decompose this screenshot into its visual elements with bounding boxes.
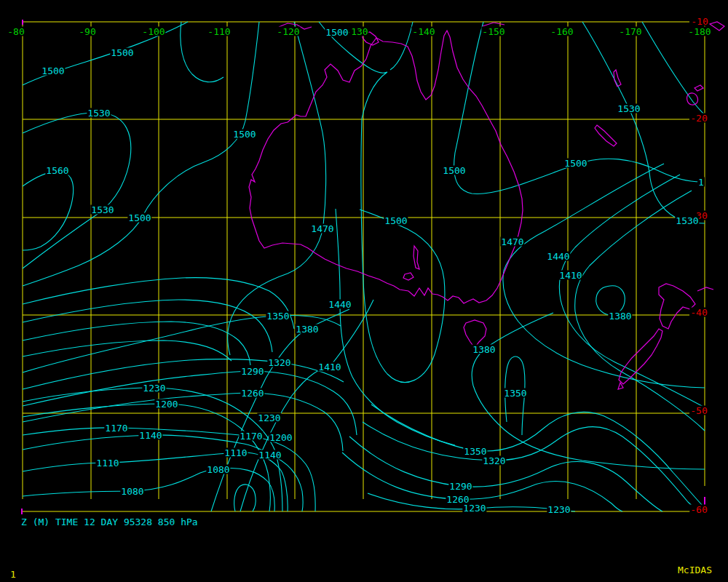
latitude-tick-label: -40 — [689, 308, 708, 317]
contour-height-label: 1200 — [154, 399, 178, 409]
contour-height-label: 1230 — [462, 503, 486, 513]
contour-height-label: 1380 — [472, 345, 496, 354]
contour-height-label: 1260 — [240, 388, 264, 398]
frame-number: 1 — [10, 570, 16, 579]
longitude-tick-label: -150 — [481, 27, 505, 36]
contour-height-label: 1380 — [608, 311, 632, 321]
contour-height-label: 1500 — [563, 159, 587, 168]
latitude-tick-label: -10 — [690, 17, 708, 26]
contour-height-label: 1290 — [240, 367, 264, 376]
contour-height-label: 1170 — [239, 431, 263, 441]
contour-height-label: 1350 — [503, 388, 527, 398]
contour-height-label: 1230 — [142, 383, 166, 393]
contour-height-label: 1200 — [269, 433, 293, 442]
contour-height-label: 1230 — [547, 505, 571, 514]
contour-height-label: 1530 — [90, 205, 114, 215]
contour-height-label: 1140 — [258, 450, 282, 460]
latlon-grid — [23, 22, 705, 511]
contour-height-label: 1560 — [45, 166, 69, 175]
longitude-tick-label: -100 — [141, 27, 165, 36]
contour-height-label: 1470 — [310, 224, 334, 234]
contour-height-label: 1320 — [482, 456, 506, 466]
contour-height-label: 1080 — [206, 465, 230, 474]
longitude-tick-label: -120 — [276, 27, 300, 36]
contour-height-label: 1500 — [232, 129, 256, 139]
longitude-tick-label: -90 — [78, 27, 96, 36]
contour-height-label: 1500 — [110, 48, 134, 57]
contour-height-label: 1380 — [295, 324, 319, 334]
contour-height-label: 1500 — [41, 66, 65, 76]
contour-height-label: 1410 — [317, 362, 341, 372]
contour-height-label: 1500 — [325, 28, 349, 37]
status-line: Z (M) TIME 12 DAY 95328 850 hPa — [21, 517, 198, 527]
contour-height-label: 1470 — [500, 237, 524, 247]
longitude-tick-label: -80 — [7, 27, 25, 36]
weather-map-canvas[interactable] — [0, 0, 728, 582]
contour-height-label: 1 — [697, 178, 705, 187]
contour-height-label: 1230 — [257, 413, 281, 423]
longitude-tick-label: -140 — [411, 27, 435, 36]
contour-height-label: 1530 — [675, 216, 699, 226]
latitude-tick-label: -20 — [689, 113, 708, 123]
longitude-tick-label: -160 — [550, 27, 574, 36]
longitude-tick-label: -170 — [618, 27, 642, 36]
contour-height-label: 1320 — [267, 358, 291, 367]
longitude-tick-label: -180 — [687, 27, 711, 36]
contour-height-label: 1500 — [384, 216, 408, 226]
contour-height-label: 1110 — [95, 458, 119, 468]
contour-height-label: 1290 — [448, 482, 472, 491]
contour-height-label: 1140 — [138, 431, 162, 440]
mcidas-brand-label: McIDAS — [678, 565, 712, 575]
coastlines — [249, 22, 724, 389]
contour-height-label: 1080 — [120, 487, 144, 496]
contour-height-label: 1500 — [127, 213, 151, 223]
contour-height-label: 1530 — [87, 108, 111, 118]
contour-height-label: 1350 — [266, 311, 290, 321]
mcidas-image-window[interactable]: -80-90-100-110-120-130-140-150-160-170-1… — [0, 0, 728, 582]
contour-height-label: 1440 — [328, 300, 352, 309]
contour-height-label: 1170 — [104, 423, 128, 433]
latitude-tick-label: -60 — [689, 505, 708, 514]
contour-height-label: 1410 — [558, 271, 582, 280]
longitude-tick-label: -110 — [207, 27, 231, 36]
latitude-tick-label: -50 — [689, 406, 708, 415]
contour-height-label: 1530 — [617, 104, 641, 113]
contour-height-label: 1110 — [223, 448, 248, 458]
contour-height-label: 1500 — [442, 166, 466, 175]
contour-height-label: 1440 — [546, 252, 570, 261]
